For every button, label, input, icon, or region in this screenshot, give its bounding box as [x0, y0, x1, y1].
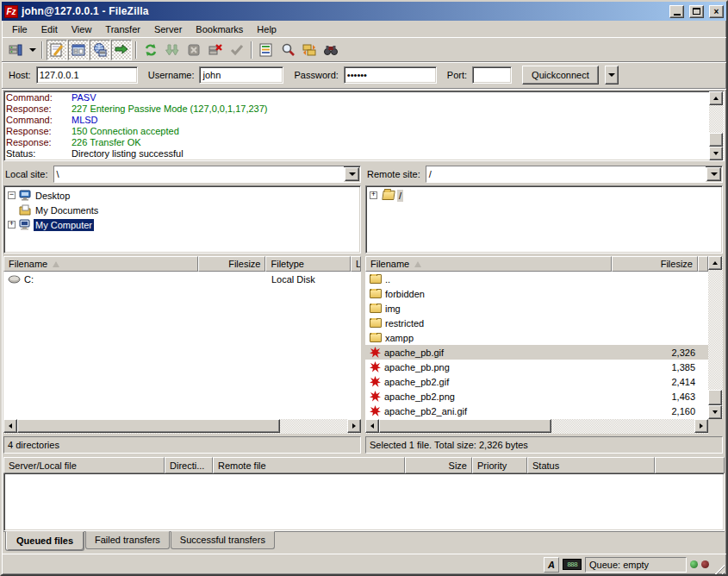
scroll-up-button[interactable]: [708, 256, 722, 270]
quickconnect-dropdown-button[interactable]: [605, 66, 619, 85]
remote-row-apache-pb2-png[interactable]: apache_pb2.png 1,463: [365, 389, 708, 404]
find-files-button[interactable]: [320, 40, 341, 60]
local-horizontal-scrollbar[interactable]: [3, 419, 361, 434]
cancel-operation-button[interactable]: [184, 40, 204, 60]
expand-expander-icon[interactable]: +: [8, 221, 16, 229]
process-queue-button[interactable]: [162, 40, 183, 60]
local-site-dropdown-button[interactable]: [345, 167, 359, 181]
close-button[interactable]: ×: [709, 5, 724, 18]
speed-limits-icon[interactable]: 888: [563, 559, 582, 570]
menu-help[interactable]: Help: [250, 22, 283, 36]
quickconnect-button[interactable]: Quickconnect: [522, 66, 599, 85]
queue-column-remote-file[interactable]: Remote file: [213, 457, 405, 473]
local-site-value[interactable]: \: [54, 166, 344, 182]
remote-file-area: Filename Filesize .. forbidden: [365, 256, 723, 434]
scroll-right-button[interactable]: [694, 419, 708, 433]
resize-grip[interactable]: [712, 562, 725, 574]
remote-row-img[interactable]: img: [365, 301, 708, 316]
port-input[interactable]: [472, 66, 512, 84]
queue-column-direction[interactable]: Directi...: [165, 457, 213, 473]
tree-item-desktop[interactable]: − Desktop: [4, 188, 360, 203]
remote-row-apache-pb2-gif[interactable]: apache_pb2.gif 2,414: [365, 374, 708, 389]
remote-site-combo[interactable]: /: [426, 166, 723, 183]
remote-row-apache-pb2-ani-gif[interactable]: apache_pb2_ani.gif 2,160: [365, 404, 708, 418]
local-file-row-c-drive[interactable]: C: Local Disk: [3, 272, 361, 286]
password-input[interactable]: [344, 66, 437, 84]
tree-item-root[interactable]: + /: [366, 188, 722, 203]
queue-column-size[interactable]: Size: [405, 457, 472, 473]
tab-queued-files[interactable]: Queued files: [5, 531, 84, 551]
username-input[interactable]: [199, 66, 283, 84]
menu-server[interactable]: Server: [147, 22, 189, 36]
disconnect-button[interactable]: [205, 40, 226, 60]
scroll-up-button[interactable]: [709, 91, 723, 105]
tab-successful-transfers[interactable]: Successful transfers: [171, 531, 275, 549]
scrollbar-thumb[interactable]: [379, 419, 551, 433]
expand-expander-icon[interactable]: +: [370, 191, 377, 199]
remote-column-filename[interactable]: Filename: [365, 256, 612, 272]
remote-row-xampp[interactable]: xampp: [365, 330, 708, 345]
menu-view[interactable]: View: [65, 22, 99, 36]
sync-browsing-icon: [302, 42, 317, 58]
remote-row-parent-dir[interactable]: ..: [365, 272, 708, 286]
minimize-icon: [674, 14, 681, 16]
scroll-down-button[interactable]: [709, 147, 723, 160]
local-column-lastmodified[interactable]: L: [351, 256, 361, 272]
scrollbar-thumb[interactable]: [17, 419, 280, 433]
toggle-message-log-button[interactable]: [47, 40, 67, 60]
queue-column-status[interactable]: Status: [527, 457, 655, 473]
arrow-up-icon: [712, 261, 718, 265]
scroll-left-button[interactable]: [3, 419, 17, 433]
site-manager-dropdown-button[interactable]: [27, 40, 38, 60]
remote-tree: + /: [365, 185, 723, 254]
directory-filters-button[interactable]: [256, 40, 277, 60]
tab-failed-transfers[interactable]: Failed transfers: [85, 531, 170, 549]
maximize-button[interactable]: [689, 5, 704, 18]
site-manager-button[interactable]: [5, 40, 26, 60]
queue-column-priority[interactable]: Priority: [472, 457, 527, 473]
refresh-button[interactable]: [140, 40, 161, 60]
menu-transfer[interactable]: Transfer: [98, 22, 147, 36]
remote-column-filesize[interactable]: Filesize: [612, 256, 698, 272]
local-column-filesize[interactable]: Filesize: [198, 256, 266, 272]
scroll-right-button[interactable]: [347, 419, 361, 433]
local-column-filetype[interactable]: Filetype: [265, 256, 351, 272]
toggle-remote-tree-button[interactable]: [90, 40, 110, 60]
remote-row-forbidden[interactable]: forbidden: [365, 286, 708, 301]
remote-site-value[interactable]: /: [426, 166, 706, 182]
desktop-icon: [19, 190, 31, 201]
menu-file[interactable]: File: [5, 22, 34, 36]
tree-item-my-computer[interactable]: + My Computer: [4, 217, 360, 232]
menu-edit[interactable]: Edit: [34, 22, 65, 36]
toggle-local-tree-button[interactable]: [68, 40, 89, 60]
host-input[interactable]: [36, 66, 138, 84]
toggle-processing-button[interactable]: [227, 40, 247, 60]
log-vertical-scrollbar[interactable]: [709, 91, 724, 160]
log-line: Command:PASV: [6, 92, 707, 103]
queue-column-server-local-file[interactable]: Server/Local file: [3, 457, 165, 473]
scroll-left-button[interactable]: [365, 419, 379, 433]
collapse-expander-icon[interactable]: −: [8, 191, 16, 199]
minimize-button[interactable]: [669, 5, 684, 18]
remote-row-apache-pb-gif[interactable]: apache_pb.gif 2,326: [365, 345, 708, 360]
menu-bookmarks[interactable]: Bookmarks: [189, 22, 250, 36]
log-line: Response:150 Connection accepted: [6, 126, 707, 137]
toggle-transfer-queue-button[interactable]: [111, 40, 132, 60]
title-bar[interactable]: Fz john@127.0.0.1 - FileZilla ×: [2, 2, 726, 21]
log-line: Status:Directory listing successful: [6, 148, 707, 160]
remote-horizontal-scrollbar[interactable]: [365, 419, 708, 434]
synchronized-browsing-button[interactable]: [299, 40, 320, 60]
remote-site-dropdown-button[interactable]: [706, 167, 721, 181]
scrollbar-thumb[interactable]: [708, 390, 722, 405]
scroll-down-button[interactable]: [708, 405, 722, 419]
directory-comparison-button[interactable]: [277, 40, 298, 60]
scrollbar-thumb[interactable]: [709, 133, 723, 147]
remote-row-apache-pb-png[interactable]: apache_pb.png 1,385: [365, 360, 708, 374]
filezilla-app-icon[interactable]: Fz: [4, 5, 18, 18]
remote-vertical-scrollbar[interactable]: [708, 256, 723, 419]
remote-row-restricted[interactable]: restricted: [365, 316, 708, 330]
local-column-filename[interactable]: Filename: [3, 256, 198, 272]
transfer-type-indicator[interactable]: A: [544, 557, 559, 573]
tree-item-my-documents[interactable]: My Documents: [4, 203, 360, 217]
local-site-combo[interactable]: \: [53, 166, 361, 183]
